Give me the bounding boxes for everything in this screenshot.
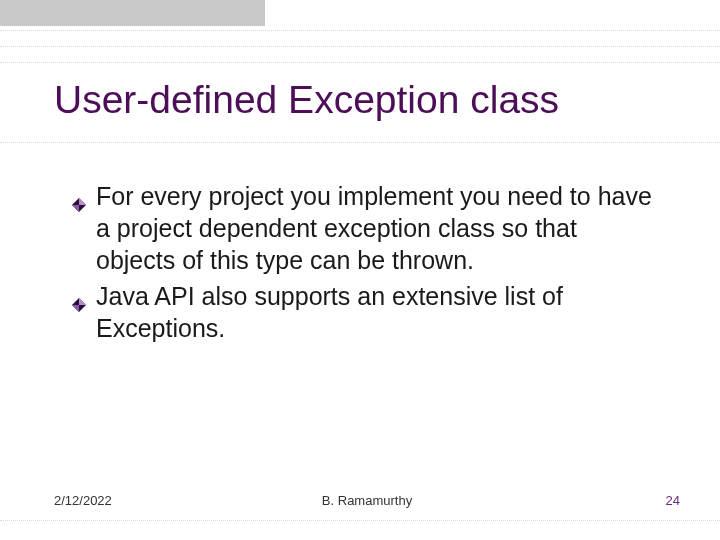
bullet-text: For every project you implement you need…	[96, 182, 652, 274]
footer-date: 2/12/2022	[54, 493, 263, 508]
slide-body: For every project you implement you need…	[96, 180, 660, 348]
bullet-item: Java API also supports an extensive list…	[96, 280, 660, 344]
slide-title: User-defined Exception class	[54, 78, 680, 122]
diamond-bullet-icon	[72, 187, 86, 201]
slide-content: User-defined Exception class For every p…	[0, 0, 720, 540]
bullet-text: Java API also supports an extensive list…	[96, 282, 563, 342]
svg-marker-2	[72, 205, 79, 212]
bullet-item: For every project you implement you need…	[96, 180, 660, 276]
footer-author: B. Ramamurthy	[263, 493, 472, 508]
footer-page: 24	[471, 493, 680, 508]
slide-footer: 2/12/2022 B. Ramamurthy 24	[54, 493, 680, 508]
svg-marker-1	[79, 198, 86, 205]
svg-marker-4	[79, 298, 86, 305]
diamond-bullet-icon	[72, 287, 86, 301]
svg-marker-5	[72, 305, 79, 312]
